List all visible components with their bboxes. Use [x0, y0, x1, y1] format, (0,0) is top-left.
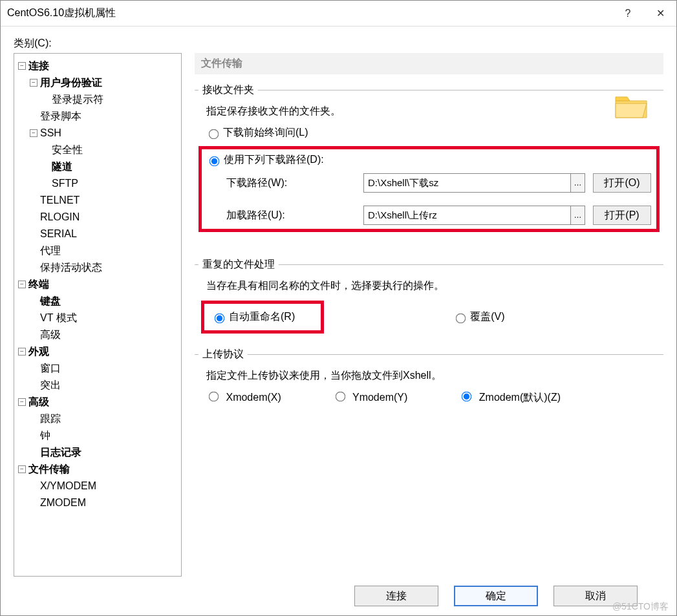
recv-folder-legend: 接收文件夹	[199, 83, 258, 97]
tree-item-advanced-term[interactable]: 高级	[40, 328, 61, 342]
radio-overwrite[interactable]: 覆盖(V)	[453, 301, 504, 334]
titlebar: CentOS6.10虚拟机属性 ? ✕	[1, 1, 676, 27]
tree-item-security[interactable]: 安全性	[52, 143, 83, 157]
expander-icon[interactable]: −	[18, 62, 26, 70]
browse-upload-button[interactable]: …	[570, 206, 585, 224]
radio-zmodem-input[interactable]	[462, 392, 472, 402]
tree-item-login-prompt[interactable]: 登录提示符	[52, 93, 103, 107]
settings-panel: 文件传输 接收文件夹 指定保存接收文件的文件夹。 下载前始终询问(L)	[195, 53, 663, 577]
recv-folder-desc: 指定保存接收文件的文件夹。	[206, 105, 660, 118]
upload-proto-group: 上传协议 指定文件上传协议来使用，当你拖放文件到Xshell。 Xmodem(X…	[195, 348, 663, 409]
tree-item-connection[interactable]: 连接	[28, 59, 49, 73]
download-paths-highlight: 使用下列下载路径(D): 下载路径(W): … 打开(O) 加载路径(U):	[199, 146, 660, 232]
expander-icon[interactable]: −	[18, 465, 26, 473]
expander-icon[interactable]: −	[30, 129, 38, 137]
tree-item-serial[interactable]: SERIAL	[40, 228, 77, 240]
tree-item-zmodem[interactable]: ZMODEM	[40, 497, 86, 509]
open-upload-button[interactable]: 打开(P)	[593, 206, 651, 225]
tree-item-appearance[interactable]: 外观	[28, 345, 49, 359]
radio-zmodem-label: Zmodem(默认)(Z)	[479, 392, 561, 403]
window-title: CentOS6.10虚拟机属性	[7, 6, 612, 20]
radio-xmodem[interactable]: Xmodem(X)	[206, 390, 281, 405]
upload-proto-desc: 指定文件上传协议来使用，当你拖放文件到Xshell。	[206, 369, 660, 383]
panel-header: 文件传输	[195, 53, 663, 74]
tree-item-xymodem[interactable]: X/YMODEM	[40, 480, 96, 492]
radio-ask-always-input[interactable]	[209, 129, 219, 139]
tree-item-highlight[interactable]: 突出	[40, 379, 61, 392]
dialog-buttons: 连接 确定 取消	[14, 577, 663, 615]
tree-item-sftp[interactable]: SFTP	[52, 178, 78, 189]
folder-icon	[614, 94, 648, 119]
auto-rename-highlight: 自动重命名(R)	[201, 301, 324, 334]
tree-item-bell[interactable]: 钟	[40, 429, 50, 443]
tree-item-vt[interactable]: VT 模式	[40, 312, 77, 325]
radio-ask-always-label: 下载前始终询问(L)	[223, 126, 308, 140]
radio-auto-rename-label: 自动重命名(R)	[229, 310, 295, 324]
tree-item-telnet[interactable]: TELNET	[40, 195, 80, 206]
tree-item-trace[interactable]: 跟踪	[40, 412, 61, 426]
browse-download-button[interactable]: …	[570, 174, 585, 192]
tree-item-ssh[interactable]: SSH	[40, 127, 61, 139]
radio-ymodem-input[interactable]	[336, 392, 346, 402]
upload-path-label: 加载路径(U):	[226, 209, 356, 222]
upload-path-input[interactable]	[364, 206, 570, 224]
tree-item-terminal[interactable]: 终端	[28, 278, 49, 292]
connect-button[interactable]: 连接	[354, 586, 438, 606]
tree-item-proxy[interactable]: 代理	[40, 244, 61, 258]
download-path-label: 下载路径(W):	[226, 176, 356, 190]
radio-ymodem-label: Ymodem(Y)	[352, 392, 407, 403]
expander-icon[interactable]: −	[18, 348, 26, 356]
radio-zmodem[interactable]: Zmodem(默认)(Z)	[459, 390, 561, 405]
tree-item-login-script[interactable]: 登录脚本	[40, 110, 81, 123]
radio-use-path-input[interactable]	[210, 156, 220, 166]
tree-item-tunnel[interactable]: 隧道	[52, 160, 72, 174]
duplicate-file-group: 重复的文件处理 当存在具有相同名称的文件时，选择要执行的操作。 自动重命名(R)…	[195, 258, 663, 337]
ok-button[interactable]: 确定	[454, 586, 538, 606]
radio-overwrite-label: 覆盖(V)	[470, 310, 504, 324]
help-button[interactable]: ?	[612, 1, 644, 26]
upload-path-field: …	[363, 206, 585, 225]
tree-item-keepalive[interactable]: 保持活动状态	[40, 261, 102, 275]
open-download-button[interactable]: 打开(O)	[593, 173, 651, 193]
close-button[interactable]: ✕	[644, 1, 676, 26]
download-path-field: …	[363, 173, 585, 193]
tree-item-keyboard[interactable]: 键盘	[40, 295, 61, 308]
duplicate-desc: 当存在具有相同名称的文件时，选择要执行的操作。	[206, 279, 660, 293]
tree-item-rlogin[interactable]: RLOGIN	[40, 211, 80, 223]
radio-xmodem-input[interactable]	[209, 392, 219, 402]
expander-icon[interactable]: −	[18, 281, 26, 288]
tree-item-filetransfer[interactable]: 文件传输	[28, 463, 70, 476]
upload-proto-legend: 上传协议	[199, 348, 248, 361]
tree-item-logging[interactable]: 日志记录	[40, 446, 81, 460]
radio-auto-rename-input[interactable]	[215, 313, 225, 323]
radio-overwrite-input[interactable]	[456, 313, 466, 323]
properties-dialog: CentOS6.10虚拟机属性 ? ✕ 类别(C): −连接 −用户身份验证 登…	[0, 0, 677, 616]
cancel-button[interactable]: 取消	[553, 586, 638, 606]
expander-icon[interactable]: −	[18, 398, 26, 406]
tree-item-advanced[interactable]: 高级	[28, 396, 49, 409]
category-label: 类别(C):	[14, 37, 663, 50]
duplicate-legend: 重复的文件处理	[199, 258, 279, 271]
radio-use-path[interactable]: 使用下列下载路径(D):	[207, 153, 651, 167]
download-path-input[interactable]	[364, 174, 570, 192]
radio-xmodem-label: Xmodem(X)	[226, 392, 281, 403]
recv-folder-group: 接收文件夹 指定保存接收文件的文件夹。 下载前始终询问(L) 使用下列下载路径(…	[195, 83, 663, 248]
radio-use-path-label: 使用下列下载路径(D):	[224, 153, 324, 167]
tree-item-window[interactable]: 窗口	[40, 362, 61, 376]
radio-ask-always[interactable]: 下载前始终询问(L)	[206, 126, 660, 140]
tree-item-auth[interactable]: 用户身份验证	[40, 76, 102, 90]
radio-ymodem[interactable]: Ymodem(Y)	[333, 390, 408, 405]
expander-icon[interactable]: −	[30, 79, 38, 87]
category-tree[interactable]: −连接 −用户身份验证 登录提示符 登录脚本 −SSH	[14, 53, 182, 577]
